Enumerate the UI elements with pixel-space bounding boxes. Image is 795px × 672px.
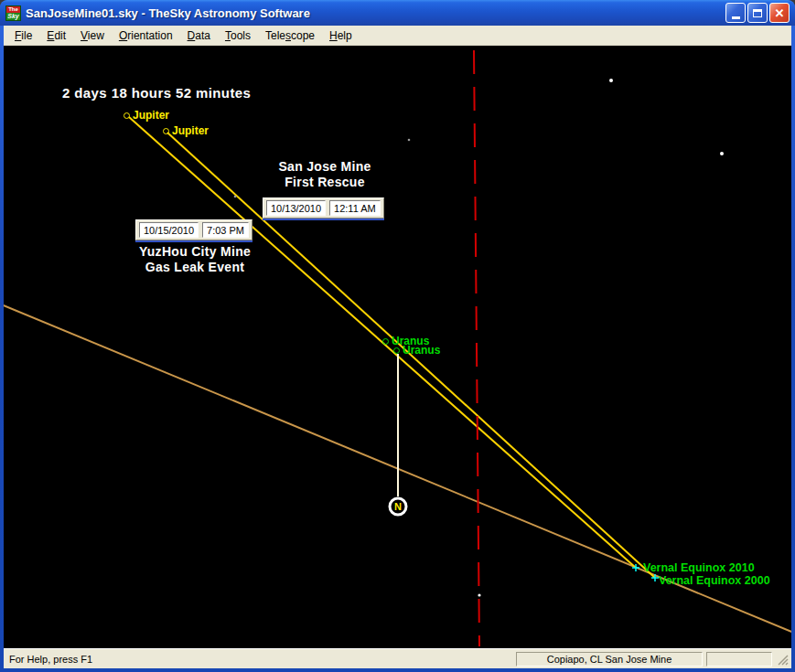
- minimize-icon: [732, 16, 740, 19]
- app-icon: The Sky: [5, 5, 21, 21]
- status-bar: For Help, press F1 Copiapo, CL San Jose …: [4, 648, 791, 668]
- menu-label: ools: [231, 29, 251, 42]
- star: [408, 139, 411, 142]
- app-icon-text-bottom: Sky: [6, 13, 20, 20]
- jupiter-icon: [124, 112, 130, 119]
- status-location-panel: Copiapo, CL San Jose Mine: [516, 652, 703, 667]
- planet-label-jupiter-1: Jupiter: [124, 109, 169, 122]
- menu-label: cope: [291, 29, 315, 42]
- jupiter-icon: [163, 128, 169, 134]
- vernal-equinox-2010-label: Vernal Equinox 2010: [643, 561, 755, 574]
- status-empty-panel: [706, 652, 772, 667]
- menu-label: Tele: [265, 29, 285, 42]
- app-window: The Sky SanJoseMine01.sky - TheSky Astro…: [0, 0, 795, 672]
- vernal-equinox-2000-label: Vernal Equinox 2000: [659, 574, 770, 587]
- resize-grip[interactable]: [776, 653, 790, 667]
- event-title-san-jose: San Jose Mine First Rescue: [238, 159, 412, 190]
- event-line2: First Rescue: [238, 175, 412, 190]
- time-field[interactable]: 12:11 AM: [329, 200, 381, 216]
- menu-label: dit: [54, 29, 66, 42]
- star: [478, 593, 480, 596]
- menu-data[interactable]: Data: [180, 27, 218, 45]
- elapsed-time-label: 2 days 18 hours 52 minutes: [62, 85, 251, 101]
- datetime-panel-san-jose: 10/13/2010 12:11 AM: [263, 197, 384, 219]
- star: [720, 152, 724, 155]
- planet-label-jupiter-2: Jupiter: [163, 124, 209, 137]
- maximize-icon: [753, 9, 762, 17]
- star: [234, 196, 237, 198]
- planet-name: Jupiter: [172, 124, 209, 137]
- app-icon-text-top: The: [6, 6, 20, 13]
- planet-name: Uranus: [403, 344, 440, 357]
- event-line1: San Jose Mine: [238, 159, 412, 175]
- menu-help[interactable]: Help: [322, 27, 360, 45]
- menu-edit[interactable]: Edit: [39, 27, 73, 45]
- star: [609, 79, 613, 82]
- menu-view[interactable]: View: [73, 27, 112, 45]
- uranus-icon: [382, 338, 389, 345]
- menu-label: D: [188, 29, 196, 42]
- menu-label: ile: [21, 29, 32, 42]
- menu-file[interactable]: File: [7, 27, 39, 45]
- menu-label: V: [81, 29, 88, 42]
- date-field[interactable]: 10/15/2010: [139, 222, 199, 238]
- menu-label: H: [329, 29, 338, 42]
- time-field[interactable]: 7:03 PM: [202, 222, 249, 238]
- event-title-yuzhou: YuzHou City Mine Gas Leak Event: [108, 244, 282, 275]
- menu-label: elp: [338, 29, 352, 42]
- close-icon: ✕: [775, 7, 785, 19]
- title-bar[interactable]: The Sky SanJoseMine01.sky - TheSky Astro…: [0, 0, 795, 26]
- north-marker-letter: N: [394, 501, 402, 512]
- planet-name: Jupiter: [133, 109, 169, 122]
- event-line2: Gas Leak Event: [108, 260, 282, 275]
- status-help-text: For Help, press F1: [7, 654, 512, 665]
- menu-label: rientation: [127, 29, 172, 42]
- event-line1: YuzHou City Mine: [108, 244, 282, 260]
- menu-orientation[interactable]: Orientation: [112, 27, 180, 45]
- date-field[interactable]: 10/13/2010: [266, 200, 326, 216]
- menu-label: iew: [88, 29, 104, 42]
- menu-tools[interactable]: Tools: [218, 27, 258, 45]
- window-title: SanJoseMine01.sky - TheSky Astronomy Sof…: [26, 6, 721, 20]
- uranus-icon: [393, 347, 400, 354]
- menu-bar: File Edit View Orientation Data Tools Te…: [4, 26, 791, 46]
- minimize-button[interactable]: [725, 3, 746, 23]
- close-button[interactable]: ✕: [769, 3, 790, 23]
- planet-label-uranus-2: Uranus: [393, 344, 440, 357]
- menu-telescope[interactable]: Telescope: [258, 27, 322, 45]
- maximize-button[interactable]: [747, 3, 768, 23]
- sky-chart-view[interactable]: N 2 days 18 hours 52 minutes Jupiter Ju: [4, 46, 791, 648]
- meridian-dashed-line: [474, 50, 479, 646]
- datetime-panel-yuzhou: 10/15/2010 7:03 PM: [135, 219, 252, 240]
- menu-label: ata: [195, 29, 210, 42]
- resize-grip-icon: [776, 653, 790, 667]
- menu-label: O: [119, 29, 127, 42]
